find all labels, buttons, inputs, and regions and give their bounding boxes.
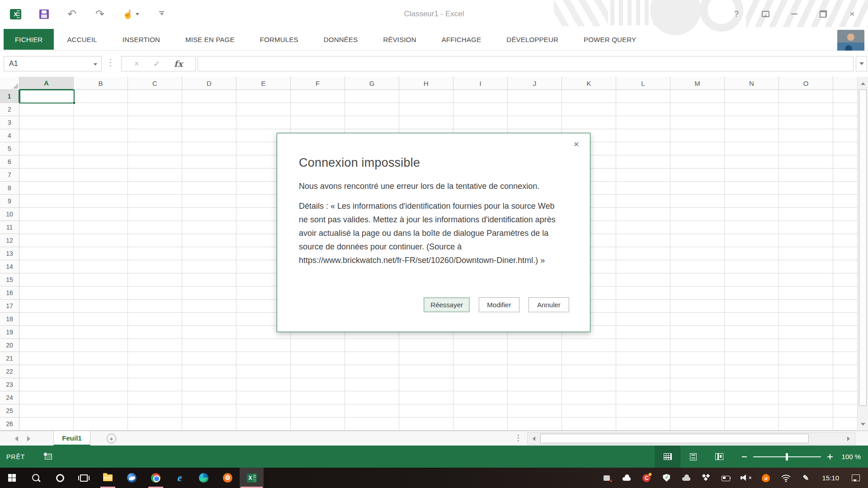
undo-button[interactable]: ↶	[66, 8, 77, 20]
chrome-taskbar-button[interactable]	[144, 468, 168, 488]
horizontal-scrollbar-thumb[interactable]	[540, 434, 809, 443]
row-header-26[interactable]: 26	[0, 418, 19, 431]
row-header-3[interactable]: 3	[0, 116, 19, 129]
cortana-taskbar-button[interactable]	[48, 468, 72, 488]
row-header-6[interactable]: 6	[0, 155, 19, 169]
minimize-button[interactable]	[789, 9, 799, 19]
row-header-20[interactable]: 20	[0, 339, 19, 352]
row-header-14[interactable]: 14	[0, 260, 19, 273]
thunderbird-taskbar-button[interactable]	[120, 468, 144, 488]
row-header-11[interactable]: 11	[0, 221, 19, 234]
start-taskbar-button[interactable]	[0, 468, 24, 488]
zoom-level-label[interactable]: 100 %	[839, 453, 861, 460]
column-header-c[interactable]: C	[128, 77, 182, 89]
column-header-f[interactable]: F	[291, 77, 345, 89]
scroll-left-button[interactable]	[528, 433, 538, 444]
save-button[interactable]	[38, 8, 49, 20]
help-button[interactable]: ?	[731, 9, 741, 19]
edit-button[interactable]: Modifier	[479, 297, 519, 312]
row-header-15[interactable]: 15	[0, 273, 19, 286]
column-header-h[interactable]: H	[399, 77, 453, 89]
column-header-d[interactable]: D	[182, 77, 236, 89]
row-header-18[interactable]: 18	[0, 313, 19, 326]
customize-quick-access-button[interactable]	[156, 8, 167, 20]
taskbar-clock[interactable]: 15:10	[822, 474, 839, 482]
confirm-entry-icon[interactable]: ✓	[153, 59, 160, 69]
row-header-8[interactable]: 8	[0, 182, 19, 195]
row-header-25[interactable]: 25	[0, 404, 19, 418]
row-header-5[interactable]: 5	[0, 142, 19, 155]
page-break-view-button[interactable]	[706, 446, 732, 468]
wifi-icon[interactable]	[780, 473, 791, 483]
cancel-entry-icon[interactable]: ×	[134, 59, 139, 69]
search-taskbar-button[interactable]	[24, 468, 48, 488]
vertical-scrollbar[interactable]	[857, 77, 868, 431]
row-header-24[interactable]: 24	[0, 391, 19, 404]
tab-scrollbar-splitter[interactable]	[518, 435, 519, 441]
windows-defender-icon[interactable]: ✓	[661, 473, 672, 483]
action-center-icon[interactable]	[852, 474, 860, 481]
excel-taskbar-button[interactable]: X	[240, 468, 264, 488]
normal-view-button[interactable]	[655, 446, 680, 468]
tab-fichier[interactable]: FICHIER	[4, 29, 54, 50]
sheet-tab-feuil1[interactable]: Feuil1	[53, 431, 90, 446]
column-header-partial[interactable]	[833, 77, 857, 89]
battery-icon[interactable]	[721, 473, 731, 483]
column-header-o[interactable]: O	[779, 77, 833, 89]
previous-sheet-button[interactable]	[8, 431, 22, 446]
column-header-j[interactable]: J	[508, 77, 562, 89]
tab-affichage[interactable]: AFFICHAGE	[442, 36, 481, 43]
volume-muted-icon[interactable]: ×	[741, 473, 751, 483]
row-header-10[interactable]: 10	[0, 208, 19, 221]
row-header-22[interactable]: 22	[0, 365, 19, 378]
avast-icon[interactable]: a	[760, 473, 771, 483]
tab-power-query[interactable]: POWER QUERY	[584, 36, 636, 43]
tab-mise-en-page[interactable]: MISE EN PAGE	[185, 36, 235, 43]
row-header-23[interactable]: 23	[0, 378, 19, 391]
column-header-m[interactable]: M	[670, 77, 725, 89]
touch-mouse-mode-button[interactable]: ☝	[123, 8, 139, 20]
tab-donn-es[interactable]: DONNÉES	[324, 36, 358, 43]
ribbon-display-options-button[interactable]	[760, 9, 770, 19]
internet-explorer-taskbar-button[interactable]: e	[168, 468, 192, 488]
formula-bar-splitter[interactable]	[110, 59, 111, 66]
redo-button[interactable]: ↷	[94, 8, 105, 20]
column-header-k[interactable]: K	[562, 77, 616, 89]
row-header-9[interactable]: 9	[0, 195, 19, 208]
formula-input[interactable]	[198, 56, 854, 71]
column-header-n[interactable]: N	[725, 77, 779, 89]
row-header-12[interactable]: 12	[0, 234, 19, 247]
select-all-corner[interactable]	[0, 77, 19, 90]
vertical-scrollbar-thumb[interactable]	[859, 89, 867, 406]
restore-button[interactable]	[818, 9, 828, 19]
task-view-taskbar-button[interactable]	[72, 468, 96, 488]
scroll-up-button[interactable]	[858, 77, 868, 89]
zoom-out-button[interactable]	[742, 456, 747, 457]
device-error-icon[interactable]: ×	[601, 473, 612, 483]
column-header-b[interactable]: B	[74, 77, 128, 89]
dialog-close-button[interactable]: ×	[570, 138, 583, 150]
cancel-button[interactable]: Annuler	[528, 297, 569, 312]
row-header-13[interactable]: 13	[0, 247, 19, 260]
fill-handle[interactable]	[72, 101, 75, 104]
column-header-a[interactable]: A	[19, 77, 74, 90]
next-sheet-button[interactable]	[23, 431, 37, 446]
row-header-7[interactable]: 7	[0, 169, 19, 182]
row-header-17[interactable]: 17	[0, 300, 19, 313]
scroll-down-button[interactable]	[858, 419, 868, 430]
zoom-slider[interactable]	[753, 456, 821, 457]
column-header-e[interactable]: E	[236, 77, 291, 89]
new-sheet-button[interactable]	[107, 434, 116, 443]
edge-taskbar-button[interactable]	[192, 468, 216, 488]
column-header-g[interactable]: G	[345, 77, 399, 89]
macro-record-icon[interactable]	[45, 454, 52, 460]
page-layout-view-button[interactable]	[680, 446, 706, 468]
expand-formula-bar-button[interactable]	[856, 56, 867, 71]
row-header-16[interactable]: 16	[0, 286, 19, 300]
name-box[interactable]: A1	[4, 56, 102, 71]
insert-function-icon[interactable]: fx	[174, 59, 183, 69]
zoom-slider-thumb[interactable]	[786, 453, 788, 460]
tab-r-vision[interactable]: RÉVISION	[383, 36, 416, 43]
onedrive-icon[interactable]	[681, 473, 692, 483]
pen-icon[interactable]: ✎	[800, 473, 811, 483]
